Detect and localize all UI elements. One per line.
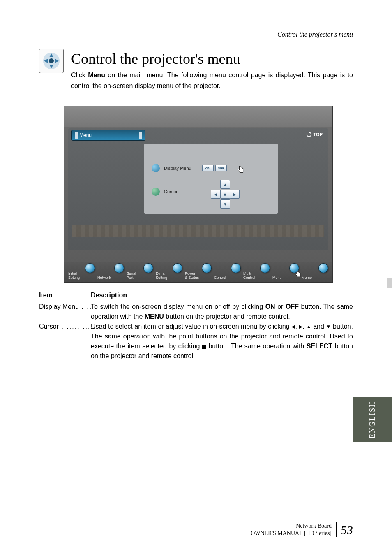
decorative-strip <box>72 225 324 237</box>
nav-bar: Initial SettingNetworkSerial PortE-mail … <box>66 264 331 280</box>
th-item: Item <box>39 292 91 299</box>
nav-item[interactable]: Multi Control <box>242 264 271 280</box>
nav-label: Serial Port <box>127 272 153 280</box>
nav-item[interactable]: Control <box>213 264 242 280</box>
nav-item[interactable]: Memo <box>301 264 329 280</box>
hand-cursor-icon-2 <box>295 271 302 278</box>
page-title: Control the projector's menu <box>71 50 240 67</box>
nav-item[interactable]: Serial Port <box>126 264 154 280</box>
intro-text: Click Menu on the main menu. The followi… <box>71 70 353 91</box>
app-screenshot: Menu TOP Display Menu ON OFF <box>64 106 333 283</box>
nav-label: Multi Control <box>243 272 270 280</box>
nav-orb-icon <box>114 263 124 273</box>
nav-item[interactable]: Power & Status <box>184 264 212 280</box>
footer-separator <box>336 522 337 537</box>
nav-label: Control <box>214 276 241 280</box>
on-button[interactable]: ON <box>202 165 214 171</box>
nav-item[interactable]: Initial Setting <box>67 264 96 280</box>
dpad-up[interactable]: ▲ <box>220 180 230 189</box>
row-item: Cursor ................ <box>39 322 91 361</box>
page-footer: Network Board OWNER'S MANUAL [HD Series]… <box>251 522 353 537</box>
dpad-select[interactable]: ■ <box>220 190 230 199</box>
dpad: ▲ ▼ ◀ ▶ ■ <box>211 180 240 208</box>
table-row: Cursor ................Used to select an… <box>39 322 353 361</box>
footer-line1: Network Board <box>251 522 332 530</box>
nav-item[interactable]: E-mail Setting <box>155 264 183 280</box>
table-header: Item Description <box>39 292 353 300</box>
language-tab: ENGLISH <box>353 397 392 442</box>
menu-tab-label: Menu <box>79 132 92 138</box>
nav-label: Initial Setting <box>68 272 95 280</box>
top-link[interactable]: TOP <box>306 132 323 137</box>
table-body: Display Menu ....To switch the on-screen… <box>39 302 353 361</box>
dpad-left[interactable]: ◀ <box>211 190 221 199</box>
page-stub <box>387 278 392 288</box>
row-desc: Used to select an item or adjust value i… <box>91 322 353 361</box>
table-row: Display Menu ....To switch the on-screen… <box>39 302 353 322</box>
page-number: 53 <box>341 523 353 537</box>
row-desc: To switch the on-screen display menu on … <box>91 302 353 322</box>
hand-cursor-icon <box>237 165 246 174</box>
nav-label: E-mail Setting <box>156 272 182 280</box>
display-menu-label: Display Menu <box>164 166 191 171</box>
svg-point-1 <box>49 58 54 63</box>
dpad-right[interactable]: ▶ <box>230 190 240 199</box>
nav-orb-icon <box>231 263 241 273</box>
nav-orb-icon <box>318 263 328 273</box>
menu-tab[interactable]: Menu <box>71 130 145 141</box>
section-icon <box>39 49 64 73</box>
display-menu-icon <box>152 164 160 172</box>
nav-label: Memo <box>302 276 328 280</box>
nav-item[interactable]: Network <box>97 264 125 280</box>
footer-line2: OWNER'S MANUAL [HD Series] <box>251 530 332 537</box>
inner-panel: Display Menu ON OFF Cursor ▲ ▼ ◀ <box>144 144 278 214</box>
off-button[interactable]: OFF <box>215 165 227 171</box>
running-header: Control the projector's menu <box>39 31 353 41</box>
refresh-icon <box>306 132 312 137</box>
nav-label: Power & Status <box>185 272 212 280</box>
row-item: Display Menu .... <box>39 302 91 322</box>
dpad-down[interactable]: ▼ <box>220 199 230 208</box>
cursor-label: Cursor <box>164 189 178 194</box>
nav-label: Network <box>97 276 124 280</box>
th-desc: Description <box>91 292 127 299</box>
app-panel: Menu TOP Display Menu ON OFF <box>68 128 328 250</box>
app-topbar <box>64 106 332 127</box>
cursor-row-icon <box>152 188 160 196</box>
